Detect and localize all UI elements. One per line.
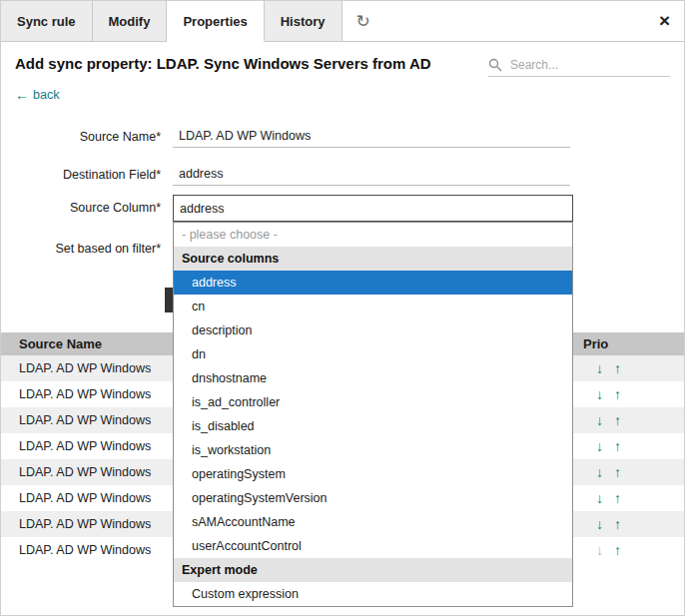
- dropdown-option[interactable]: dnshostname: [174, 366, 572, 390]
- dropdown-option[interactable]: sAMAccountName: [174, 510, 572, 534]
- refresh-icon[interactable]: ↻: [356, 1, 370, 41]
- dropdown-option[interactable]: is_ad_controller: [174, 390, 572, 414]
- destination-field-value: address: [173, 163, 570, 186]
- field-row-source-name: Source Name* LDAP. AD WP Windows: [1, 125, 684, 149]
- prio-cell: ↓ ↑: [596, 537, 621, 563]
- dropdown-option[interactable]: dn: [174, 342, 572, 366]
- dropdown-option[interactable]: is_workstation: [174, 438, 572, 462]
- dropdown-option[interactable]: operatingSystem: [174, 462, 572, 486]
- dropdown-option[interactable]: operatingSystemVersion: [174, 486, 572, 510]
- tab-properties[interactable]: Properties: [167, 1, 264, 42]
- move-up-button[interactable]: ↑: [614, 381, 621, 407]
- tab-sync-rule[interactable]: Sync rule: [1, 1, 93, 42]
- move-up-button[interactable]: ↑: [614, 511, 621, 537]
- prio-cell: ↓ ↑: [596, 407, 621, 433]
- back-link[interactable]: ← back: [15, 87, 59, 103]
- tab-modify[interactable]: Modify: [93, 1, 168, 42]
- row-source-name: LDAP. AD WP Windows: [19, 491, 151, 505]
- move-down-button[interactable]: ↓: [596, 459, 603, 485]
- move-down-button[interactable]: ↓: [596, 407, 603, 433]
- page-title: Add sync property: LDAP. Sync Windows Se…: [15, 55, 431, 72]
- move-up-button[interactable]: ↑: [614, 433, 621, 459]
- dropdown-option[interactable]: description: [174, 318, 572, 342]
- row-source-name: LDAP. AD WP Windows: [19, 465, 151, 479]
- dropdown-option-placeholder[interactable]: - please choose -: [174, 223, 572, 247]
- prio-cell: ↓ ↑: [596, 381, 621, 407]
- move-down-button[interactable]: ↓: [596, 433, 603, 459]
- source-name-value: LDAP. AD WP Windows: [173, 125, 570, 148]
- dropdown-option[interactable]: Custom expression: [174, 582, 572, 606]
- dropdown-group-source-columns: Source columns: [174, 247, 572, 271]
- back-link-label: back: [33, 88, 59, 102]
- source-name-label: Source Name*: [1, 125, 161, 149]
- prio-cell: ↓ ↑: [596, 355, 621, 381]
- move-up-button[interactable]: ↑: [614, 459, 621, 485]
- move-up-button[interactable]: ↑: [614, 485, 621, 511]
- row-source-name: LDAP. AD WP Windows: [19, 543, 151, 557]
- search-box: [488, 57, 670, 77]
- tab-bar: Sync rule Modify Properties History ↻ ×: [1, 1, 684, 42]
- column-header-prio: Prio: [583, 332, 608, 355]
- destination-field-label: Destination Field*: [1, 163, 161, 187]
- tab-history[interactable]: History: [265, 1, 342, 42]
- row-source-name: LDAP. AD WP Windows: [19, 439, 151, 453]
- field-row-destination-field: Destination Field* address: [1, 163, 684, 187]
- source-column-input[interactable]: [173, 195, 573, 222]
- close-icon[interactable]: ×: [659, 1, 670, 41]
- field-row-source-column: Source Column*: [1, 195, 684, 223]
- move-down-button[interactable]: ↓: [596, 355, 603, 381]
- prio-cell: ↓ ↑: [596, 485, 621, 511]
- row-source-name: LDAP. AD WP Windows: [19, 361, 151, 375]
- search-input[interactable]: [508, 57, 662, 73]
- move-up-button[interactable]: ↑: [614, 537, 621, 563]
- dropdown-group-expert-mode: Expert mode: [174, 558, 572, 582]
- prio-cell: ↓ ↑: [596, 433, 621, 459]
- move-up-button[interactable]: ↑: [614, 355, 621, 381]
- move-down-button[interactable]: ↓: [596, 485, 603, 511]
- source-column-label: Source Column*: [1, 195, 161, 222]
- dropdown-option[interactable]: cn: [174, 295, 572, 318]
- dropdown-option[interactable]: address: [174, 271, 572, 295]
- dropdown-option[interactable]: userAccountControl: [174, 534, 572, 558]
- prio-cell: ↓ ↑: [596, 511, 621, 537]
- column-header-source-name: Source Name: [1, 336, 102, 351]
- title-bar: Add sync property: LDAP. Sync Windows Se…: [15, 55, 670, 81]
- source-column-dropdown: - please choose - Source columns address…: [173, 222, 573, 607]
- row-source-name: LDAP. AD WP Windows: [19, 517, 151, 531]
- move-down-button[interactable]: ↓: [596, 381, 603, 407]
- back-arrow-icon: ←: [15, 87, 29, 103]
- move-down-button[interactable]: ↓: [596, 537, 603, 563]
- dropdown-option[interactable]: is_disabled: [174, 414, 572, 438]
- move-up-button[interactable]: ↑: [614, 407, 621, 433]
- set-based-on-filter-label: Set based on filter*: [1, 237, 161, 261]
- search-icon: [488, 58, 502, 72]
- prio-cell: ↓ ↑: [596, 459, 621, 485]
- row-source-name: LDAP. AD WP Windows: [19, 387, 151, 401]
- move-down-button[interactable]: ↓: [596, 511, 603, 537]
- page: Sync rule Modify Properties History ↻ × …: [0, 0, 685, 616]
- row-source-name: LDAP. AD WP Windows: [19, 413, 151, 427]
